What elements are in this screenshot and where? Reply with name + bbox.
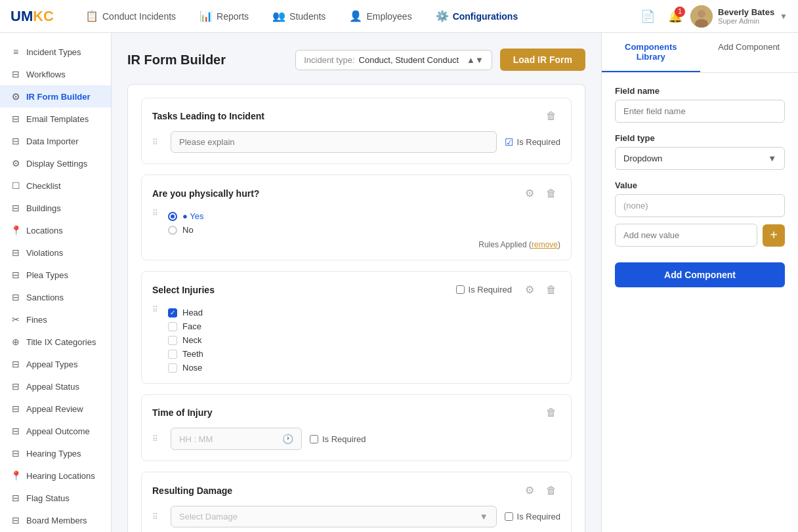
- tab-add-component[interactable]: Add Component: [700, 33, 799, 72]
- form-section-select-injuries: Select Injuries Is Required ⚙ 🗑 ⠿: [141, 271, 572, 384]
- sidebar-item-title-ix-categories[interactable]: ⊕ Title IX Categories: [0, 331, 111, 353]
- sidebar-item-hearing-locations[interactable]: 📍 Hearing Locations: [0, 464, 111, 487]
- nav-conduct-incidents[interactable]: 📋 Conduct Incidents: [75, 5, 186, 28]
- settings-injuries-button[interactable]: ⚙: [521, 282, 538, 297]
- add-value-input[interactable]: [615, 224, 757, 247]
- damage-select-input[interactable]: Select Damage ▼: [171, 506, 497, 527]
- delete-damage-button[interactable]: 🗑: [542, 483, 560, 498]
- section-title-time: Time of Injury: [152, 407, 213, 418]
- sidebar-item-incident-types[interactable]: ≡ Incident Types: [0, 41, 111, 63]
- drag-handle-damage[interactable]: ⠿: [152, 512, 159, 522]
- flag-status-icon: ⊟: [10, 493, 21, 503]
- sidebar-item-fines[interactable]: ✂ Fines: [0, 308, 111, 331]
- sidebar-item-hearing-types[interactable]: ⊟ Hearing Types: [0, 442, 111, 464]
- damage-required-checkbox[interactable]: [505, 512, 513, 521]
- checkbox-nose-box[interactable]: [168, 363, 177, 373]
- sidebar-item-display-settings[interactable]: ⚙ Display Settings: [0, 152, 111, 174]
- document-icon[interactable]: 📄: [635, 4, 660, 29]
- radio-yes: ● Yes: [168, 211, 560, 221]
- time-input-field[interactable]: HH : MM 🕐: [171, 428, 302, 450]
- physically-hurt-radio-group: ● Yes No: [168, 211, 560, 235]
- delete-time-button[interactable]: 🗑: [542, 405, 560, 420]
- injuries-required-checkbox[interactable]: [456, 285, 465, 294]
- checkbox-teeth-box[interactable]: [168, 350, 177, 359]
- conduct-incidents-icon: 📋: [85, 10, 98, 22]
- field-type-dropdown[interactable]: Dropdown ▼: [615, 147, 785, 170]
- field-name-input[interactable]: [615, 100, 785, 123]
- add-value-row: +: [615, 224, 785, 247]
- sidebar-item-locations[interactable]: 📍 Locations: [0, 219, 111, 241]
- time-required-checkbox[interactable]: [310, 435, 318, 443]
- checkbox-face-box[interactable]: [168, 322, 177, 331]
- sidebar-item-appeal-review[interactable]: ⊟ Appeal Review: [0, 398, 111, 420]
- delete-injuries-button[interactable]: 🗑: [542, 282, 560, 297]
- checkbox-neck: Neck: [168, 335, 203, 345]
- sidebar-item-sanctions[interactable]: ⊟ Sanctions: [0, 286, 111, 308]
- nav-students[interactable]: 👥 Students: [262, 5, 336, 28]
- field-type-chevron: ▼: [768, 153, 776, 163]
- radio-yes-dot[interactable]: [168, 212, 177, 221]
- ir-form-builder-icon: ⊙: [10, 91, 21, 102]
- user-avatar: [690, 5, 713, 28]
- sidebar-item-board-members[interactable]: ⊟ Board Members: [0, 509, 111, 531]
- drag-handle-physically-hurt[interactable]: ⠿: [152, 209, 159, 249]
- checkbox-face: Face: [168, 321, 203, 331]
- field-name-label: Field name: [615, 86, 785, 96]
- logo[interactable]: UMKC: [10, 8, 54, 25]
- plea-types-icon: ⊟: [10, 270, 21, 280]
- buildings-icon: ⊟: [10, 203, 21, 213]
- radio-no: No: [168, 225, 560, 235]
- delete-tasks-button[interactable]: 🗑: [542, 109, 560, 123]
- notifications-bell[interactable]: 🔔 1: [668, 9, 682, 24]
- sidebar-item-violations[interactable]: ⊟ Violations: [0, 241, 111, 264]
- sidebar-item-email-templates[interactable]: ⊟ Email Templates: [0, 108, 111, 130]
- nav-configurations[interactable]: ⚙️ Configurations: [425, 5, 529, 28]
- locations-icon: 📍: [10, 225, 21, 235]
- sanctions-icon: ⊟: [10, 292, 21, 302]
- sidebar-item-buildings[interactable]: ⊟ Buildings: [0, 197, 111, 219]
- nav-reports[interactable]: 📊 Reports: [189, 5, 259, 28]
- sidebar-item-appeal-types[interactable]: ⊟ Appeal Types: [0, 353, 111, 375]
- logo-text: UMKC: [10, 8, 54, 25]
- load-ir-form-button[interactable]: Load IR Form: [500, 49, 585, 71]
- tasks-check-icon: ☑: [505, 136, 513, 148]
- sidebar: ≡ Incident Types ⊟ Workflows ⊙ IR Form B…: [0, 33, 112, 532]
- damage-is-required: Is Required: [505, 512, 560, 522]
- user-menu[interactable]: Beverly Bates Super Admin ▼: [690, 5, 788, 28]
- tasks-is-required: ☑ Is Required: [505, 136, 560, 148]
- nav-employees[interactable]: 👤 Employees: [339, 5, 422, 28]
- tasks-text-input[interactable]: [171, 131, 497, 153]
- fines-icon: ✂: [10, 314, 21, 325]
- email-templates-icon: ⊟: [10, 113, 21, 124]
- user-name: Beverly Bates: [718, 7, 774, 17]
- drag-handle-injuries[interactable]: ⠿: [152, 305, 159, 373]
- sidebar-item-flag-status[interactable]: ⊟ Flag Status: [0, 487, 111, 509]
- checkbox-neck-box[interactable]: [168, 336, 177, 345]
- value-group: Value (none) +: [615, 180, 785, 247]
- drag-handle-tasks[interactable]: ⠿: [152, 138, 159, 147]
- incident-type-selector[interactable]: Incident type: Conduct, Student Conduct …: [295, 50, 492, 70]
- delete-physically-hurt-button[interactable]: 🗑: [542, 186, 560, 201]
- checkbox-head-box[interactable]: ✓: [168, 308, 177, 317]
- right-panel: Components Library Add Component Field n…: [601, 33, 798, 532]
- tab-components-library[interactable]: Components Library: [602, 33, 700, 72]
- settings-physically-hurt-button[interactable]: ⚙: [521, 186, 538, 201]
- sidebar-item-checklist[interactable]: ☐ Checklist: [0, 174, 111, 197]
- radio-yes-label: ● Yes: [182, 211, 203, 221]
- violations-icon: ⊟: [10, 247, 21, 258]
- workflows-icon: ⊟: [10, 69, 21, 79]
- settings-damage-button[interactable]: ⚙: [521, 483, 538, 498]
- drag-handle-time[interactable]: ⠿: [152, 434, 159, 443]
- remove-rules-link[interactable]: remove: [532, 240, 558, 249]
- sidebar-item-appeal-outcome[interactable]: ⊟ Appeal Outcome: [0, 420, 111, 442]
- sidebar-item-workflows[interactable]: ⊟ Workflows: [0, 63, 111, 85]
- sidebar-item-appeal-status[interactable]: ⊟ Appeal Status: [0, 375, 111, 398]
- incident-type-chevron: ▲▼: [467, 55, 484, 65]
- radio-no-dot[interactable]: [168, 226, 177, 235]
- add-component-button[interactable]: Add Component: [615, 262, 785, 287]
- sidebar-item-data-importer[interactable]: ⊟ Data Importer: [0, 130, 111, 152]
- sidebar-item-ir-form-builder[interactable]: ⊙ IR Form Builder: [0, 85, 111, 108]
- add-value-button[interactable]: +: [763, 224, 785, 247]
- appeal-outcome-icon: ⊟: [10, 426, 21, 436]
- sidebar-item-plea-types[interactable]: ⊟ Plea Types: [0, 264, 111, 286]
